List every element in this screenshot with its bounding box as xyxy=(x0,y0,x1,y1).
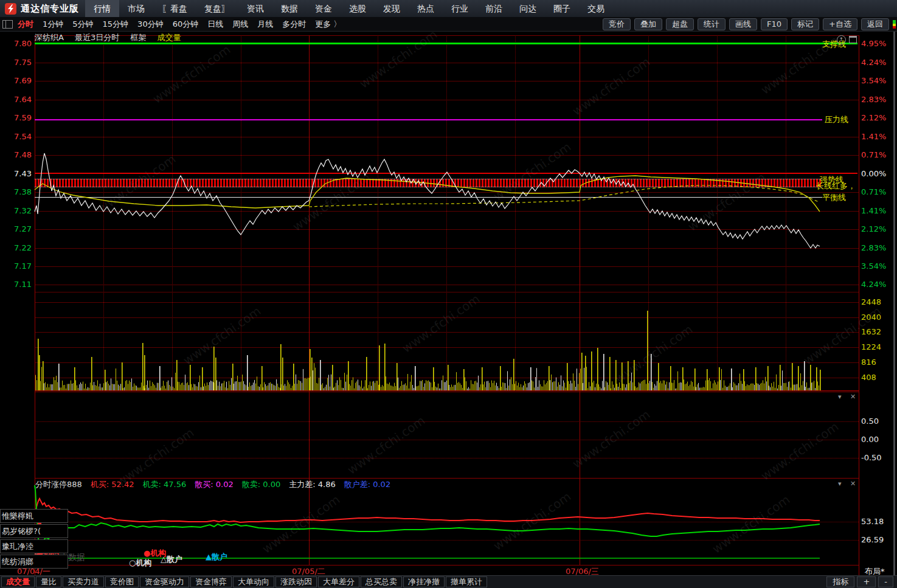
indicator-tab-7[interactable]: 大单动向 xyxy=(233,576,274,587)
toolbar-button-1[interactable]: 竞价 xyxy=(603,18,631,30)
time-gridline xyxy=(241,35,241,391)
menu-item-15[interactable]: 交易 xyxy=(579,0,613,17)
volume-bar xyxy=(783,383,784,390)
zoom-out-button[interactable]: - xyxy=(878,576,893,587)
indicator-tab-1[interactable]: 成交量 xyxy=(1,576,35,587)
indicator-name[interactable]: 分时涨停888 xyxy=(35,479,82,490)
volume-bar xyxy=(422,380,423,390)
menu-item-8[interactable]: 选股 xyxy=(341,0,375,17)
volume-bar xyxy=(760,384,761,390)
toolbar-button-5[interactable]: 画线 xyxy=(729,18,757,30)
indicator-tab-5[interactable]: 资金驱动力 xyxy=(140,576,189,587)
period-item-10[interactable]: 多分时 xyxy=(282,19,306,30)
menu-item-4[interactable]: 复盘〗 xyxy=(196,0,238,17)
volume-bar xyxy=(315,368,316,390)
zoom-in-button[interactable]: + xyxy=(857,576,876,587)
toolbar-button-8[interactable]: +自选 xyxy=(823,18,857,30)
period-item-2[interactable]: 1分钟 xyxy=(43,19,63,30)
volume-bar xyxy=(730,383,730,390)
menu-item-11[interactable]: 行业 xyxy=(443,0,477,17)
menu-item-6[interactable]: 数据 xyxy=(272,0,307,17)
mid-pane-collapse-icon[interactable]: ▾ xyxy=(838,393,842,401)
menu-item-7[interactable]: 资金 xyxy=(307,0,341,17)
volume-bar xyxy=(366,384,367,390)
indicator-tab-6[interactable]: 资金博弈 xyxy=(190,576,232,587)
toolbar-button-6[interactable]: F10 xyxy=(761,18,788,30)
period-item-6[interactable]: 60分钟 xyxy=(173,19,199,30)
toolbar-button-9[interactable]: 返回 xyxy=(861,18,889,30)
volume-bar xyxy=(724,380,724,390)
menu-item-14[interactable]: 圈子 xyxy=(545,0,579,17)
volume-bar xyxy=(642,381,643,390)
volume-bar xyxy=(755,381,756,390)
volume-bar xyxy=(167,382,167,390)
app-logo: 通达信专业版 xyxy=(0,3,85,15)
toolbar-button-2[interactable]: 叠加 xyxy=(634,18,662,30)
percent-axis-label: 2.83% xyxy=(861,243,886,252)
volume-bar xyxy=(303,369,303,390)
pane-maximize-icon[interactable] xyxy=(849,36,857,43)
toolbar-button-4[interactable]: 统计 xyxy=(698,18,726,30)
indicator-tab-4[interactable]: 竞价图 xyxy=(105,576,139,587)
period-item-1[interactable]: 分时 xyxy=(18,19,33,30)
indicator-tab-2[interactable]: 量比 xyxy=(36,576,61,587)
volume-bar xyxy=(719,384,719,390)
period-item-11[interactable]: 更多 〉 xyxy=(315,19,341,30)
indicator-tab-10[interactable]: 总买总卖 xyxy=(361,576,402,587)
volume-bar xyxy=(373,381,374,390)
volume-bar xyxy=(97,380,98,390)
menu-item-12[interactable]: 前沿 xyxy=(477,0,511,17)
indicator-tab-8[interactable]: 涨跌动因 xyxy=(275,576,317,587)
volume-bar xyxy=(449,385,449,390)
mid-pane-close-icon[interactable]: ✕ xyxy=(850,393,856,401)
volume-bar xyxy=(622,385,622,390)
period-item-8[interactable]: 周线 xyxy=(232,19,248,30)
volume-bar xyxy=(624,384,625,390)
volume-spike-bar xyxy=(755,367,757,390)
panel-toggle-icon[interactable] xyxy=(2,20,13,29)
indicator-axis-label: 53.18 xyxy=(861,517,884,526)
volume-bar xyxy=(660,381,661,390)
toolbar-button-3[interactable]: 超盘 xyxy=(666,18,694,30)
menu-item-13[interactable]: 问达 xyxy=(511,0,545,17)
scrollbar[interactable] xyxy=(893,32,895,576)
period-item-3[interactable]: 5分钟 xyxy=(72,19,93,30)
period-item-4[interactable]: 15分钟 xyxy=(103,19,129,30)
volume-bar xyxy=(715,382,716,390)
volume-spike-bar xyxy=(767,366,769,390)
indicator-tab-12[interactable]: 撤单累计 xyxy=(446,576,487,587)
overlay-indicator-label[interactable]: 成交量 xyxy=(158,33,181,42)
volume-bar xyxy=(429,382,430,390)
volume-bar xyxy=(690,385,690,390)
indicator-tab-3[interactable]: 买卖力道 xyxy=(63,576,104,587)
bottom-pane-collapse-icon[interactable]: ▾ xyxy=(838,480,842,488)
indicator-tab-11[interactable]: 净挂净撤 xyxy=(403,576,445,587)
indicator-field-3: 散买: 0.02 xyxy=(195,479,233,490)
bottom-pane-close-icon[interactable]: ✕ xyxy=(850,480,856,488)
menu-item-10[interactable]: 热点 xyxy=(409,0,443,17)
volume-bar xyxy=(455,385,455,390)
volume-bar xyxy=(438,384,438,390)
volume-bar xyxy=(275,386,275,390)
period-item-9[interactable]: 月线 xyxy=(257,19,273,30)
volume-bar xyxy=(685,384,685,390)
menu-item-1[interactable]: 行情 xyxy=(85,0,119,17)
period-item-7[interactable]: 日线 xyxy=(207,19,223,30)
pane-expand-icon[interactable]: ↑ xyxy=(837,35,846,44)
volume-bar xyxy=(607,382,608,390)
time-gridline xyxy=(786,35,786,391)
menu-item-9[interactable]: 发现 xyxy=(375,0,409,17)
volume-spike-bar xyxy=(280,344,282,390)
volume-spike-bar xyxy=(597,348,598,390)
period-item-5[interactable]: 30分钟 xyxy=(137,19,164,30)
menu-item-5[interactable]: 资讯 xyxy=(238,0,272,17)
indicator-tab-9[interactable]: 大单差分 xyxy=(318,576,359,587)
volume-bar xyxy=(591,385,592,390)
menu-item-3[interactable]: 〖看盘 xyxy=(153,0,196,17)
menu-item-2[interactable]: 市场 xyxy=(119,0,153,17)
volume-bar xyxy=(180,384,181,390)
toolbar-button-7[interactable]: 标记 xyxy=(791,18,819,30)
volume-bar xyxy=(797,384,797,390)
indicator-button[interactable]: 指标 xyxy=(826,576,854,587)
left-overlay-box-2: 易岁铭椤?( xyxy=(0,524,68,538)
